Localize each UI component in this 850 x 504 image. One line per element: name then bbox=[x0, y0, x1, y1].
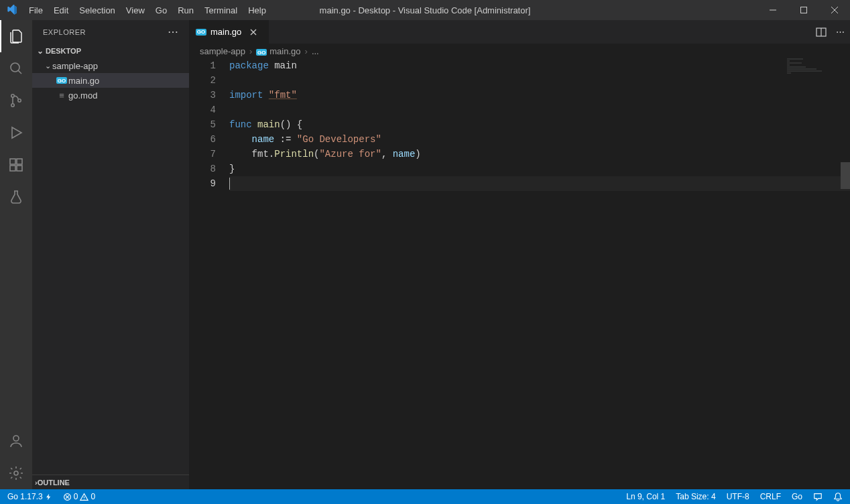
svg-point-2 bbox=[11, 94, 14, 97]
explorer-header: EXPLORER ⋯ bbox=[32, 20, 189, 44]
outline-header[interactable]: › OUTLINE bbox=[32, 475, 189, 489]
file-label: go.mod bbox=[68, 90, 97, 101]
more-actions-icon[interactable]: ⋯ bbox=[836, 27, 845, 37]
menu-file[interactable]: File bbox=[23, 0, 48, 20]
lightning-icon bbox=[45, 493, 52, 501]
menu-edit[interactable]: Edit bbox=[48, 0, 74, 20]
explorer-more-icon[interactable]: ⋯ bbox=[168, 25, 179, 38]
tab-main-go[interactable]: GO main.go bbox=[189, 20, 269, 44]
svg-point-9 bbox=[13, 436, 19, 441]
explorer-sidebar: EXPLORER ⋯ ⌄ DESKTOP ⌄ sample-app GO mai… bbox=[32, 20, 189, 489]
activity-explorer[interactable] bbox=[0, 20, 32, 52]
svg-rect-5 bbox=[10, 159, 15, 164]
line-number-gutter: 1 2 3 4 5 6 7 8 9 bbox=[189, 58, 229, 489]
menu-run[interactable]: Run bbox=[172, 0, 199, 20]
activity-run-debug[interactable] bbox=[0, 117, 32, 149]
svg-rect-8 bbox=[17, 166, 22, 171]
maximize-button[interactable] bbox=[788, 0, 819, 20]
window-title: main.go - Desktop - Visual Studio Code [… bbox=[320, 5, 531, 15]
breadcrumb-sep: › bbox=[249, 46, 252, 56]
warning-icon bbox=[80, 493, 88, 501]
vscode-logo-icon bbox=[0, 5, 23, 15]
svg-point-10 bbox=[14, 471, 18, 475]
menu-help[interactable]: Help bbox=[243, 0, 271, 20]
split-editor-icon[interactable] bbox=[816, 27, 827, 38]
error-icon bbox=[63, 493, 72, 501]
status-eol[interactable]: CRLF bbox=[758, 489, 783, 504]
editor-actions: ⋯ bbox=[816, 20, 850, 44]
go-file-icon: GO bbox=[55, 77, 68, 84]
chevron-down-icon: ⌄ bbox=[35, 46, 46, 56]
svg-rect-7 bbox=[10, 166, 15, 171]
minimize-button[interactable] bbox=[757, 0, 788, 20]
status-problems[interactable]: 0 0 bbox=[61, 489, 97, 504]
breadcrumbs[interactable]: sample-app › GO main.go › ... bbox=[189, 44, 850, 58]
menu-terminal[interactable]: Terminal bbox=[199, 0, 243, 20]
folder-root-label: DESKTOP bbox=[46, 47, 81, 55]
editor-area: GO main.go ⋯ sample-app › GO main.go › .… bbox=[189, 20, 850, 489]
file-main-go[interactable]: GO main.go bbox=[32, 73, 189, 88]
menu-bar: File Edit Selection View Go Run Terminal… bbox=[23, 0, 271, 20]
chevron-down-icon: ⌄ bbox=[43, 62, 52, 70]
menu-view[interactable]: View bbox=[121, 0, 150, 20]
tab-close-icon[interactable] bbox=[249, 28, 257, 36]
activity-search[interactable] bbox=[0, 52, 32, 84]
folder-sample-app[interactable]: ⌄ sample-app bbox=[32, 58, 189, 73]
breadcrumb-sep: › bbox=[305, 46, 308, 56]
file-icon: ≡ bbox=[55, 90, 68, 101]
activity-testing[interactable] bbox=[0, 181, 32, 213]
activity-bar bbox=[0, 20, 32, 489]
code-editor[interactable]: 1 2 3 4 5 6 7 8 9 package main import "f… bbox=[189, 58, 850, 489]
status-encoding[interactable]: UTF-8 bbox=[725, 489, 751, 504]
activity-extensions[interactable] bbox=[0, 149, 32, 181]
breadcrumb-folder[interactable]: sample-app bbox=[200, 46, 245, 56]
code-content[interactable]: package main import "fmt" func main() { … bbox=[229, 58, 850, 489]
title-bar: File Edit Selection View Go Run Terminal… bbox=[0, 0, 850, 20]
svg-rect-6 bbox=[17, 159, 22, 164]
activity-settings[interactable] bbox=[0, 457, 32, 489]
svg-point-3 bbox=[11, 104, 14, 107]
status-tab-size[interactable]: Tab Size: 4 bbox=[674, 489, 717, 504]
svg-rect-0 bbox=[801, 7, 807, 13]
status-notifications-icon[interactable] bbox=[831, 489, 845, 504]
file-label: main.go bbox=[68, 76, 99, 86]
minimap[interactable] bbox=[787, 58, 841, 85]
menu-selection[interactable]: Selection bbox=[74, 0, 120, 20]
explorer-title: EXPLORER bbox=[43, 28, 86, 36]
file-go-mod[interactable]: ≡ go.mod bbox=[32, 88, 189, 103]
scrollbar-track[interactable] bbox=[841, 58, 850, 489]
activity-accounts[interactable] bbox=[0, 425, 32, 457]
window-controls bbox=[757, 0, 850, 20]
scrollbar-thumb[interactable] bbox=[841, 162, 850, 189]
tab-label: main.go bbox=[210, 27, 241, 37]
activity-source-control[interactable] bbox=[0, 84, 32, 117]
status-go-version[interactable]: Go 1.17.3 bbox=[5, 489, 54, 504]
folder-root-header[interactable]: ⌄ DESKTOP bbox=[32, 44, 189, 58]
breadcrumb-tail[interactable]: ... bbox=[312, 46, 319, 56]
menu-go[interactable]: Go bbox=[150, 0, 172, 20]
status-feedback-icon[interactable] bbox=[811, 489, 825, 504]
folder-label: sample-app bbox=[52, 61, 98, 71]
status-language[interactable]: Go bbox=[790, 489, 804, 504]
text-cursor bbox=[229, 178, 230, 190]
svg-point-4 bbox=[18, 99, 21, 102]
tab-bar: GO main.go ⋯ bbox=[189, 20, 850, 44]
breadcrumb-file[interactable]: main.go bbox=[269, 46, 300, 56]
go-file-icon: GO bbox=[256, 46, 267, 56]
status-cursor-position[interactable]: Ln 9, Col 1 bbox=[624, 489, 667, 504]
close-button[interactable] bbox=[819, 0, 850, 20]
go-file-icon: GO bbox=[196, 29, 206, 36]
status-bar: Go 1.17.3 0 0 Ln 9, Col 1 Tab Size: 4 UT… bbox=[0, 489, 850, 504]
outline-label: OUTLINE bbox=[38, 479, 70, 487]
